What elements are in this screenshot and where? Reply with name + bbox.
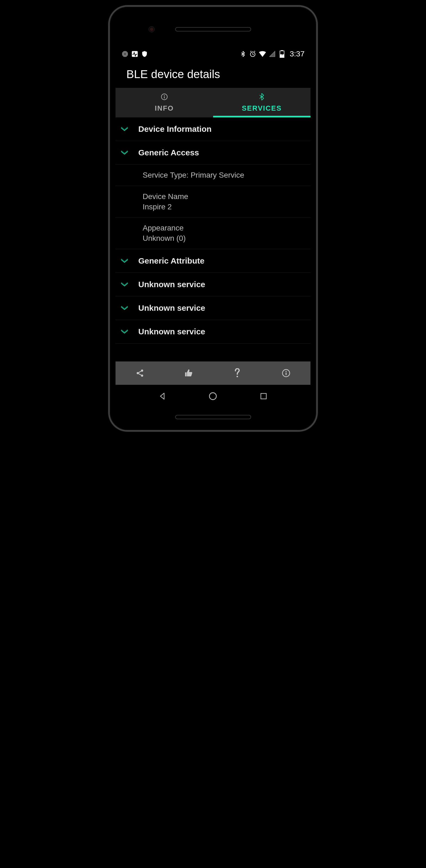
info-button[interactable] bbox=[262, 362, 310, 385]
shield-icon bbox=[141, 51, 148, 58]
detail-line: Device Name bbox=[143, 191, 306, 202]
svg-rect-27 bbox=[261, 394, 266, 399]
characteristic-service-type[interactable]: Service Type: Primary Service bbox=[116, 164, 310, 186]
svg-rect-13 bbox=[280, 54, 284, 58]
back-button[interactable] bbox=[157, 391, 167, 401]
svg-point-19 bbox=[141, 374, 143, 377]
android-nav-bar bbox=[116, 385, 310, 408]
chevron-down-icon bbox=[120, 125, 128, 133]
status-right: 3:37 bbox=[239, 50, 305, 58]
svg-line-8 bbox=[253, 54, 253, 55]
service-title: Generic Access bbox=[138, 148, 199, 157]
bluetooth-icon bbox=[239, 51, 246, 58]
question-icon bbox=[234, 368, 241, 378]
bluetooth-icon bbox=[259, 93, 265, 100]
tab-info-label: INFO bbox=[155, 104, 174, 113]
alarm-icon bbox=[249, 51, 256, 58]
svg-point-26 bbox=[210, 393, 217, 400]
service-unknown-2[interactable]: Unknown service bbox=[116, 297, 310, 320]
bottom-speaker bbox=[175, 415, 251, 419]
svg-line-21 bbox=[139, 374, 141, 375]
service-device-information[interactable]: Device Information bbox=[116, 117, 310, 141]
characteristic-appearance[interactable]: Appearance Unknown (0) bbox=[116, 217, 310, 249]
service-title: Unknown service bbox=[138, 304, 205, 313]
chevron-down-icon bbox=[120, 304, 128, 312]
service-unknown-1[interactable]: Unknown service bbox=[116, 273, 310, 297]
service-title: Device Information bbox=[138, 124, 212, 134]
chevron-down-icon bbox=[120, 328, 128, 336]
phone-frame: 3:37 BLE device details INFO SERVICES bbox=[109, 5, 317, 431]
activity-icon bbox=[131, 51, 138, 58]
tab-bar: INFO SERVICES bbox=[116, 88, 310, 117]
service-generic-attribute[interactable]: Generic Attribute bbox=[116, 249, 310, 273]
svg-rect-16 bbox=[164, 96, 164, 98]
battery-icon bbox=[278, 51, 285, 58]
svg-point-22 bbox=[237, 376, 238, 377]
phone-bottom-bezel bbox=[113, 408, 313, 427]
tab-info[interactable]: INFO bbox=[116, 88, 213, 117]
share-button[interactable] bbox=[116, 362, 164, 385]
page-title: BLE device details bbox=[126, 68, 302, 81]
earpiece-speaker bbox=[175, 27, 251, 31]
svg-point-24 bbox=[285, 371, 286, 372]
detail-value: Inspire 2 bbox=[143, 202, 306, 212]
svg-line-10 bbox=[254, 51, 255, 52]
recents-button[interactable] bbox=[259, 391, 269, 401]
chevron-down-icon bbox=[120, 280, 128, 288]
svg-line-20 bbox=[139, 371, 141, 373]
service-unknown-3[interactable]: Unknown service bbox=[116, 320, 310, 344]
info-icon bbox=[282, 369, 291, 377]
front-camera bbox=[149, 26, 155, 32]
help-button[interactable] bbox=[213, 362, 262, 385]
screen: 3:37 BLE device details INFO SERVICES bbox=[116, 48, 310, 408]
tab-services[interactable]: SERVICES bbox=[213, 88, 311, 117]
home-button[interactable] bbox=[208, 391, 218, 401]
status-left bbox=[121, 51, 148, 58]
bottom-toolbar bbox=[116, 362, 310, 385]
wifi-icon bbox=[259, 51, 266, 58]
svg-point-15 bbox=[164, 95, 164, 96]
detail-line: Appearance bbox=[143, 223, 306, 233]
svg-point-18 bbox=[137, 372, 139, 374]
characteristic-device-name[interactable]: Device Name Inspire 2 bbox=[116, 186, 310, 218]
app-bar: BLE device details bbox=[116, 60, 310, 88]
like-button[interactable] bbox=[164, 362, 213, 385]
signal-icon bbox=[269, 51, 276, 58]
svg-point-17 bbox=[141, 370, 143, 372]
service-generic-access[interactable]: Generic Access bbox=[116, 141, 310, 164]
thumbs-up-icon bbox=[184, 369, 193, 377]
phone-top-bezel bbox=[113, 10, 313, 48]
detail-value: Unknown (0) bbox=[143, 233, 306, 244]
status-bar: 3:37 bbox=[116, 48, 310, 60]
service-title: Unknown service bbox=[138, 280, 205, 289]
svg-rect-25 bbox=[286, 373, 286, 375]
service-title: Generic Attribute bbox=[138, 256, 205, 266]
services-list[interactable]: Device Information Generic Access Servic… bbox=[116, 117, 310, 362]
chevron-down-icon bbox=[120, 257, 128, 265]
share-icon bbox=[135, 369, 144, 377]
tab-services-label: SERVICES bbox=[242, 104, 282, 113]
status-clock: 3:37 bbox=[290, 50, 305, 58]
detail-line: Service Type: Primary Service bbox=[143, 170, 306, 180]
svg-line-9 bbox=[250, 51, 251, 52]
service-title: Unknown service bbox=[138, 327, 205, 336]
chevron-down-icon bbox=[120, 149, 128, 157]
spinner-icon bbox=[121, 51, 128, 58]
info-icon bbox=[161, 93, 168, 100]
